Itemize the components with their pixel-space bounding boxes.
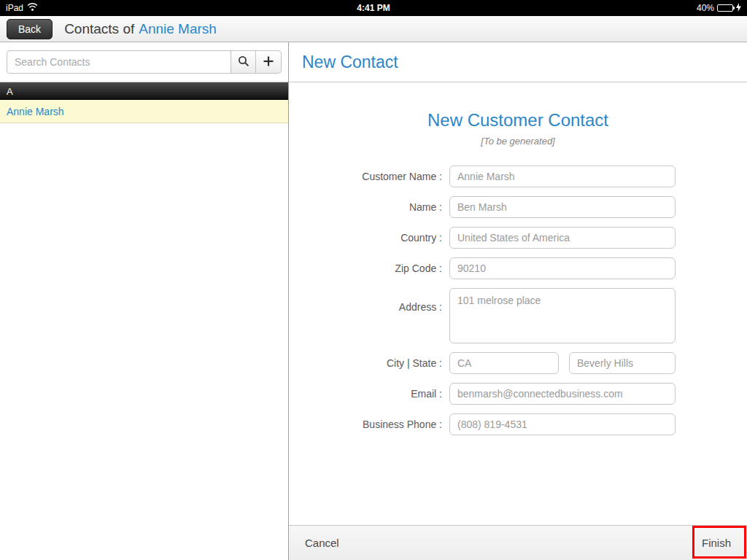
search-icon: [238, 55, 249, 69]
page-title-prefix: Contacts of: [64, 21, 134, 37]
page-title: Contacts of Annie Marsh: [64, 21, 217, 37]
new-contact-form: New Customer Contact [To be generated] C…: [289, 82, 747, 525]
state-field[interactable]: [449, 352, 559, 374]
city-state-label: City | State :: [289, 357, 442, 369]
battery-icon: [717, 4, 733, 12]
name-label: Name :: [289, 201, 442, 213]
cancel-button[interactable]: Cancel: [305, 537, 339, 549]
alpha-section-header: A: [0, 82, 288, 100]
form-subtitle: [To be generated]: [289, 136, 747, 147]
contacts-sidebar: A Annie Marsh: [0, 42, 289, 560]
search-input[interactable]: [7, 50, 231, 74]
page-title-contact-name: Annie Marsh: [139, 21, 217, 37]
form-footer: Cancel Finish: [289, 525, 747, 560]
address-field[interactable]: 101 melrose place: [449, 288, 676, 343]
customer-name-label: Customer Name :: [289, 171, 442, 182]
back-button[interactable]: Back: [7, 19, 53, 39]
business-phone-label: Business Phone :: [289, 419, 442, 430]
country-field[interactable]: [449, 227, 676, 249]
zip-code-label: Zip Code :: [289, 262, 442, 274]
clock: 4:41 PM: [0, 3, 747, 13]
customer-name-field[interactable]: [449, 166, 676, 187]
charging-bolt-icon: [736, 3, 741, 14]
plus-icon: [263, 55, 274, 69]
finish-button[interactable]: Finish: [702, 537, 731, 549]
panel-title: New Contact: [289, 42, 747, 82]
new-contact-panel: New Contact New Customer Contact [To be …: [289, 42, 747, 560]
search-row: [0, 42, 288, 82]
add-contact-button[interactable]: [256, 50, 282, 74]
name-field[interactable]: [449, 196, 676, 218]
battery-percent-label: 40%: [697, 3, 714, 13]
search-button[interactable]: [231, 50, 256, 74]
zip-code-field[interactable]: [449, 257, 676, 279]
screen: iPad 4:41 PM 40% Back Contacts of Annie …: [0, 0, 747, 560]
nav-bar: Back Contacts of Annie Marsh: [0, 16, 747, 42]
city-field[interactable]: [569, 352, 676, 374]
business-phone-field[interactable]: [449, 413, 676, 435]
status-bar: iPad 4:41 PM 40%: [0, 0, 747, 16]
form-title: New Customer Contact: [289, 110, 747, 131]
address-label: Address :: [289, 288, 442, 313]
email-field[interactable]: [449, 383, 676, 405]
email-label: Email :: [289, 388, 442, 400]
country-label: Country :: [289, 232, 442, 244]
contact-list-item[interactable]: Annie Marsh: [0, 100, 288, 123]
